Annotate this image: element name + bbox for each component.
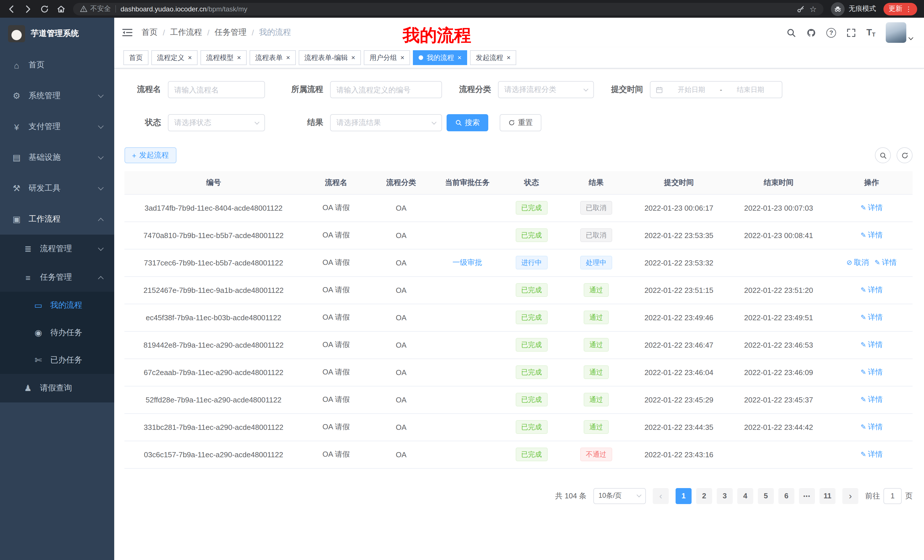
sidebar-item-my-process[interactable]: ▭ 我的流程 xyxy=(0,292,114,319)
detail-link[interactable]: ✎详情 xyxy=(860,285,883,295)
sidebar-item-process-mgmt[interactable]: ≣ 流程管理 xyxy=(0,235,114,263)
tab-process-definition[interactable]: 流程定义× xyxy=(152,50,198,65)
pagination-total: 共 104 条 xyxy=(555,491,586,501)
tab-home[interactable]: 首页 xyxy=(123,50,148,65)
help-icon[interactable]: ? xyxy=(826,28,836,37)
filter-row-2: 状态 请选择状态 结果 请选择流结果 xyxy=(124,114,913,131)
current-task-link[interactable]: 一级审批 xyxy=(453,258,482,267)
breadcrumb-home[interactable]: 首页 xyxy=(142,27,158,38)
pagination-more-button[interactable]: ••• xyxy=(799,488,815,504)
sidebar-item-done-tasks[interactable]: ✄ 已办任务 xyxy=(0,346,114,374)
close-icon[interactable]: × xyxy=(458,54,461,61)
next-page-button[interactable]: › xyxy=(842,488,858,504)
sidebar-item-devtools[interactable]: ⚒ 研发工具 xyxy=(0,173,114,204)
goto-page-input[interactable] xyxy=(884,488,902,504)
browser-menu-icon[interactable]: ⋮ xyxy=(905,5,912,13)
category-select[interactable]: 请选择流程分类 xyxy=(498,81,594,98)
app-logo[interactable]: 芋道管理系统 xyxy=(0,18,114,49)
page-button-6[interactable]: 6 xyxy=(778,488,794,504)
sidebar-item-home[interactable]: ⌂ 首页 xyxy=(0,49,114,81)
search-icon[interactable] xyxy=(786,28,796,37)
page-button-2[interactable]: 2 xyxy=(696,488,712,504)
refresh-icon xyxy=(508,119,515,126)
tab-start-process[interactable]: 发起流程× xyxy=(470,50,516,65)
refresh-table-button[interactable] xyxy=(897,147,913,163)
detail-link[interactable]: ✎详情 xyxy=(860,230,883,240)
search-button[interactable]: 搜索 xyxy=(447,114,488,131)
show-search-button[interactable] xyxy=(875,147,891,163)
edit-icon: ✎ xyxy=(860,423,866,431)
font-size-icon[interactable]: TT xyxy=(866,27,876,38)
bookmark-star-icon[interactable]: ☆ xyxy=(810,5,817,13)
sidebar-item-payment[interactable]: ¥ 支付管理 xyxy=(0,111,114,142)
tab-user-group[interactable]: 用户分组× xyxy=(364,50,410,65)
detail-link[interactable]: ✎详情 xyxy=(860,340,883,350)
fullscreen-icon[interactable] xyxy=(846,28,856,37)
page-button-1[interactable]: 1 xyxy=(676,488,692,504)
page-button-5[interactable]: 5 xyxy=(758,488,774,504)
tab-process-model[interactable]: 流程模型× xyxy=(201,50,247,65)
sidebar-item-task-mgmt[interactable]: ≡ 任务管理 xyxy=(0,263,114,292)
date-range-picker[interactable]: 开始日期 - 结束日期 xyxy=(650,81,782,98)
result-badge: 不通过 xyxy=(580,448,612,461)
avatar[interactable] xyxy=(886,22,906,43)
close-icon[interactable]: × xyxy=(286,54,290,61)
edit-icon: ✎ xyxy=(860,451,866,458)
detail-link[interactable]: ✎详情 xyxy=(860,203,883,213)
process-name-input[interactable] xyxy=(168,81,265,98)
address-bar[interactable]: 不安全 dashboard.yudao.iocoder.cn/bpm/task/… xyxy=(73,3,824,15)
browser-reload-button[interactable] xyxy=(40,4,49,13)
pagination: 共 104 条 10条/页 ‹ 1 2 3 4 5 6 ••• 11 xyxy=(124,488,913,504)
range-separator: - xyxy=(720,85,722,94)
goto-label: 前往 xyxy=(865,491,880,501)
close-icon[interactable]: × xyxy=(237,54,241,61)
tab-process-form[interactable]: 流程表单× xyxy=(249,50,296,65)
password-key-icon[interactable] xyxy=(797,5,805,13)
breadcrumb-workflow[interactable]: 工作流程 xyxy=(170,27,202,38)
page-button-4[interactable]: 4 xyxy=(737,488,753,504)
close-icon[interactable]: × xyxy=(400,54,404,61)
github-icon[interactable] xyxy=(806,28,816,37)
page-size-select[interactable]: 10条/页 xyxy=(593,488,646,504)
detail-link[interactable]: ✎详情 xyxy=(860,367,883,377)
status-badge: 已完成 xyxy=(516,338,548,352)
reset-button[interactable]: 重置 xyxy=(500,114,542,131)
tab-process-form-edit[interactable]: 流程表单-编辑× xyxy=(298,50,361,65)
status-select[interactable]: 请选择状态 xyxy=(168,114,265,131)
browser-update-button[interactable]: 更新 ⋮ xyxy=(884,3,917,15)
table-row: 819442e8-7b9a-11ec-a290-acde48001122 OA … xyxy=(124,331,913,358)
sidebar-item-leave-query[interactable]: ♟ 请假查询 xyxy=(0,374,114,403)
tools-icon: ⚒ xyxy=(11,183,22,193)
detail-link[interactable]: ✎详情 xyxy=(874,258,897,268)
detail-link[interactable]: ✎详情 xyxy=(860,312,883,322)
sidebar-item-todo-tasks[interactable]: ◉ 待办任务 xyxy=(0,319,114,346)
prev-page-button[interactable]: ‹ xyxy=(653,488,669,504)
cancel-link[interactable]: ⊘取消 xyxy=(846,258,868,268)
close-icon[interactable]: × xyxy=(351,54,355,61)
result-badge: 处理中 xyxy=(580,256,612,270)
page-button-3[interactable]: 3 xyxy=(717,488,733,504)
browser-back-button[interactable] xyxy=(7,4,16,13)
result-select[interactable]: 请选择流结果 xyxy=(330,114,442,131)
sidebar-fold-icon[interactable] xyxy=(122,28,132,37)
browser-forward-button[interactable] xyxy=(23,4,33,13)
col-submit-time: 提交时间 xyxy=(632,171,727,194)
close-icon[interactable]: × xyxy=(507,54,510,61)
sidebar-item-system[interactable]: ⚙ 系统管理 xyxy=(0,81,114,111)
sidebar-item-infrastructure[interactable]: ▤ 基础设施 xyxy=(0,142,114,173)
status-badge: 已完成 xyxy=(516,201,548,215)
detail-link[interactable]: ✎详情 xyxy=(860,449,883,460)
chevron-down-icon xyxy=(98,184,104,190)
process-definition-input[interactable] xyxy=(330,81,442,98)
create-process-button[interactable]: + 发起流程 xyxy=(124,147,176,163)
sidebar-item-workflow[interactable]: ▣ 工作流程 xyxy=(0,204,114,235)
detail-link[interactable]: ✎详情 xyxy=(860,422,883,432)
page-button-11[interactable]: 11 xyxy=(819,488,836,504)
site-security-chip[interactable]: 不安全 xyxy=(80,4,111,14)
detail-link[interactable]: ✎详情 xyxy=(860,394,883,405)
browser-home-button[interactable] xyxy=(57,4,66,13)
close-icon[interactable]: × xyxy=(188,54,192,61)
user-menu[interactable] xyxy=(886,22,913,43)
breadcrumb-task-mgmt[interactable]: 任务管理 xyxy=(215,27,247,38)
tab-my-process[interactable]: 我的流程× xyxy=(413,50,467,65)
